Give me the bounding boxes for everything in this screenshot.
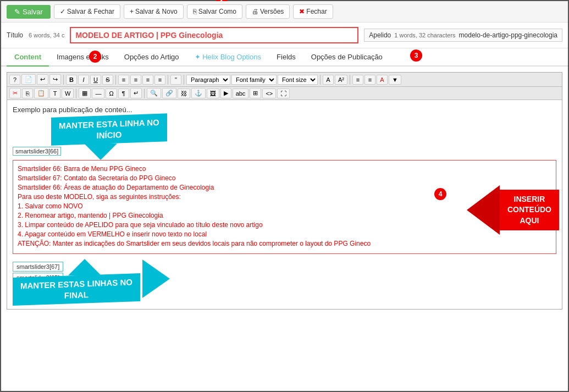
special-char-btn[interactable]: Ω bbox=[106, 89, 117, 98]
word-count: 6 words, 34 c bbox=[29, 32, 64, 38]
sep6 bbox=[350, 75, 350, 85]
bold-btn[interactable]: B bbox=[66, 75, 77, 85]
text-color-btn[interactable]: A bbox=[323, 75, 334, 85]
sep2 bbox=[115, 75, 116, 85]
paste-text-btn[interactable]: T bbox=[49, 89, 60, 98]
redo-btn[interactable]: ↪ bbox=[49, 74, 61, 85]
editor-wrapper: ? 📄 ↩ ↪ B I U S ≡ ≡ ≡ ≡ " Paragraph Font… bbox=[7, 72, 562, 310]
tab-content[interactable]: Content bbox=[7, 48, 49, 67]
font-size-select[interactable]: Font size bbox=[278, 75, 318, 85]
tab-fields[interactable]: Fields bbox=[269, 48, 303, 67]
close-button[interactable]: ✖ Fechar bbox=[293, 4, 333, 19]
sep8 bbox=[144, 89, 145, 98]
bottom-keep-banner: MANTER ESTAS LINHAS NOFINAL bbox=[13, 273, 140, 306]
check-icon: ✓ bbox=[60, 8, 65, 15]
italic-btn[interactable]: I bbox=[78, 75, 89, 85]
copy-icon: ⎘ bbox=[193, 8, 197, 15]
main-window: 1 Salvar ✓ Salvar & Fechar + Salvar & No… bbox=[0, 0, 569, 392]
template-btn[interactable]: ⊞ bbox=[250, 88, 261, 98]
instruction-1: Smartslider 67: Contato da Secretaria do… bbox=[18, 174, 551, 182]
paste-btn[interactable]: 📋 bbox=[34, 88, 48, 98]
top-toolbar: Salvar ✓ Salvar & Fechar + Salvar & Novo… bbox=[1, 1, 568, 23]
title-label: Título bbox=[7, 31, 23, 39]
blockquote-btn[interactable]: " bbox=[170, 75, 181, 85]
paste-word-btn[interactable]: W bbox=[62, 89, 74, 98]
align-center-btn[interactable]: ≡ bbox=[130, 75, 141, 85]
tab-helix[interactable]: ✦ Helix Blog Options bbox=[187, 48, 269, 67]
first-line: Exemplo para publicação de conteú... bbox=[13, 106, 556, 114]
image-btn[interactable]: 🖼 bbox=[207, 89, 219, 98]
show-blocks-btn[interactable]: ¶ bbox=[118, 89, 129, 98]
fullscreen-btn[interactable]: ⛶ bbox=[277, 89, 290, 98]
versions-button[interactable]: 🖨 Versões bbox=[246, 4, 290, 19]
spellcheck-btn[interactable]: abc bbox=[233, 89, 249, 98]
link-btn[interactable]: 🔗 bbox=[162, 88, 176, 98]
sep7 bbox=[76, 89, 76, 98]
instruction-8: ATENÇÃO: Manter as indicações do Smartsl… bbox=[18, 240, 551, 247]
list-ordered-btn[interactable]: ≡ bbox=[352, 75, 363, 85]
save-new-button[interactable]: + Salvar & Novo bbox=[124, 4, 184, 19]
editor-content[interactable]: Exemplo para publicação de conteú... MAN… bbox=[7, 100, 562, 309]
badge-2: 2 bbox=[89, 51, 101, 63]
sep5 bbox=[320, 75, 321, 85]
insert-content-banner: INSERIRCONTEÚDOAQUI bbox=[500, 190, 559, 231]
cut-btn[interactable]: ✂ bbox=[9, 88, 21, 98]
list-unordered-btn[interactable]: ≡ bbox=[364, 75, 375, 85]
title-bar: Título 6 words, 34 c Apelido 1 words, 32… bbox=[1, 23, 568, 48]
annotation-bottom-keep: MANTER ESTAS LINHAS NOFINAL bbox=[13, 259, 170, 303]
plus-icon: + bbox=[130, 8, 134, 15]
align-justify-btn[interactable]: ≡ bbox=[154, 75, 165, 85]
apelido-value: modelo-de-artigo-ppg-ginecologia bbox=[459, 31, 557, 39]
sep1 bbox=[63, 75, 64, 85]
annotation-top-keep: MANTER ESTA LINHA NOINÍCIO bbox=[51, 115, 167, 160]
help-btn[interactable]: ? bbox=[9, 75, 20, 85]
show-invisible-btn[interactable]: ↵ bbox=[130, 88, 142, 98]
sep3 bbox=[168, 75, 168, 85]
badge-3: 3 bbox=[410, 49, 422, 62]
x-icon: ✖ bbox=[299, 8, 305, 15]
find-btn[interactable]: 🔍 bbox=[147, 88, 161, 98]
tab-article-options[interactable]: Opções do Artigo bbox=[117, 48, 187, 67]
tab-images-links[interactable]: Imagens e Links bbox=[49, 48, 117, 67]
editor-toolbar-1: ? 📄 ↩ ↪ B I U S ≡ ≡ ≡ ≡ " Paragraph Font… bbox=[7, 73, 562, 87]
tab-publish-options[interactable]: Opções de Publicação bbox=[303, 48, 390, 67]
save-as-button[interactable]: ⎘ Salvar Como bbox=[187, 4, 242, 19]
superscript-btn[interactable]: A² bbox=[335, 75, 347, 85]
title-input[interactable] bbox=[70, 27, 358, 43]
media-btn[interactable]: ▶ bbox=[220, 88, 231, 98]
font-family-select[interactable]: Font family bbox=[231, 75, 277, 85]
tabs-bar: Content Imagens e Links Opções do Artigo… bbox=[1, 48, 568, 67]
printer-icon: 🖨 bbox=[252, 8, 258, 15]
undo-btn[interactable]: ↩ bbox=[37, 74, 48, 85]
badge-4: 4 bbox=[434, 188, 446, 200]
save-close-button[interactable]: ✓ Salvar & Fechar bbox=[54, 4, 120, 19]
unlink-btn[interactable]: ⛓ bbox=[178, 89, 190, 98]
editor-toolbar-2: ✂ ⎘ 📋 T W ▦ — Ω ¶ ↵ 🔍 🔗 ⛓ ⚓ 🖼 ▶ abc ⊞ <>… bbox=[7, 87, 562, 100]
hr-btn[interactable]: — bbox=[92, 89, 104, 98]
underline-btn[interactable]: U bbox=[90, 75, 101, 85]
text-highlight-btn[interactable]: A bbox=[377, 75, 388, 85]
more-btn[interactable]: ▼ bbox=[389, 75, 401, 85]
align-right-btn[interactable]: ≡ bbox=[142, 75, 153, 85]
source-btn[interactable]: <> bbox=[262, 89, 276, 98]
apelido-label: Apelido bbox=[369, 31, 391, 39]
annotation-insert-right: INSERIRCONTEÚDOAQUI bbox=[467, 185, 559, 235]
save-button[interactable]: Salvar bbox=[7, 5, 51, 19]
align-left-btn[interactable]: ≡ bbox=[118, 75, 129, 85]
new-doc-btn[interactable]: 📄 bbox=[21, 74, 36, 85]
apelido-count: 1 words, 32 characters bbox=[394, 32, 455, 38]
instruction-0: Smartslider 66: Barra de Menu PPG Gineco bbox=[18, 165, 551, 173]
sep4 bbox=[184, 75, 184, 85]
apelido-section: Apelido 1 words, 32 characters modelo-de… bbox=[364, 29, 562, 42]
paragraph-select[interactable]: Paragraph bbox=[186, 75, 230, 85]
copy-btn[interactable]: ⎘ bbox=[22, 89, 33, 98]
table-btn[interactable]: ▦ bbox=[79, 88, 91, 98]
anchor-btn[interactable]: ⚓ bbox=[191, 88, 206, 98]
top-keep-banner: MANTER ESTA LINHA NOINÍCIO bbox=[51, 113, 167, 145]
strikethrough-btn[interactable]: S bbox=[102, 75, 113, 85]
